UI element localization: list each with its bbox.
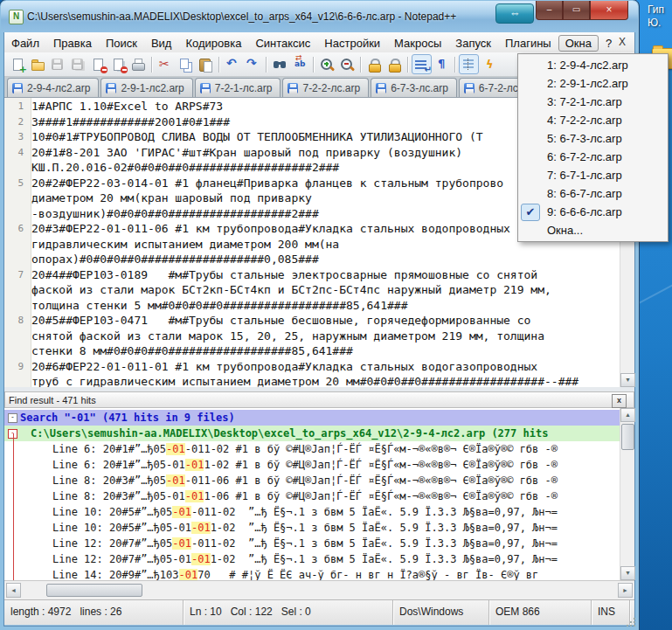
menu-item-1[interactable]: Файл	[4, 35, 46, 52]
find-hit-line[interactable]: Line 8: 20#3#”…ђ05-01-011-06 #1 в бў ©#Ц…	[4, 488, 620, 504]
menu-item-5[interactable]: Кодировка	[178, 35, 248, 52]
sync-vertical-button[interactable]	[364, 54, 384, 74]
new-file-button[interactable]	[8, 54, 28, 74]
find-hit-line[interactable]: Line 6: 20#1#”…ђ05-01-011-02 #1 в бў ©#Ц…	[4, 441, 620, 457]
window-menu-item-label: 1: 2-9-4-лс2.arp	[547, 59, 628, 72]
menu-item-9[interactable]: Запуск	[448, 35, 498, 52]
save-button[interactable]	[48, 54, 68, 74]
window-menu-item-label: 7: 6-7-1-лс.arp	[547, 169, 622, 182]
paste-button[interactable]	[196, 54, 216, 74]
menu-item-10[interactable]: Плагины	[498, 35, 558, 52]
window-menu-item-3[interactable]: 3: 7-2-1-лс.arp	[518, 93, 668, 111]
resize-grip[interactable]	[626, 617, 636, 627]
undo-button[interactable]	[223, 54, 243, 74]
find-button[interactable]	[270, 54, 290, 74]
tab-7-2-1-лс.arp[interactable]: 7-2-1-лс.arp	[195, 78, 281, 97]
collapse-toggle-icon[interactable]: -	[8, 413, 17, 423]
close-button[interactable]: ×	[590, 1, 628, 20]
find-vscrollbar[interactable]: ▲ ▼	[620, 408, 634, 580]
find-result-panel[interactable]: Search "-01" (471 hits in 9 files) C:\Us…	[4, 408, 620, 580]
close-all-button[interactable]	[108, 54, 128, 74]
tab-2-9-1-лс2.arp[interactable]: 2-9-1-лс2.arp	[100, 78, 192, 97]
swap-window-button[interactable]: ⇔	[495, 3, 534, 24]
scroll-right-icon[interactable]: ►	[618, 583, 633, 598]
find-hit-line[interactable]: Line 12: 20#7#”…ђ05-01-011-02 ”…ђ Ё§¬.1 …	[4, 551, 620, 567]
tab-7-2-2-лс.arp[interactable]: 7-2-2-лс.arp	[282, 78, 369, 97]
tab-2-9-4-лс2.arp[interactable]: 2-9-4-лс2.arp	[7, 78, 99, 97]
find-vscroll-thumb[interactable]	[621, 424, 634, 450]
scroll-down-icon[interactable]: ▼	[620, 566, 635, 580]
menu-item-6[interactable]: Синтаксис	[248, 35, 317, 52]
replace-button[interactable]	[290, 54, 310, 74]
notepadpp-app-icon	[9, 10, 24, 24]
find-icon	[273, 58, 288, 72]
find-hscrollbar[interactable]: ◄ ►	[4, 580, 634, 599]
word-wrap-button[interactable]	[412, 54, 432, 74]
window-menu-item-4[interactable]: 4: 7-2-2-лс.arp	[518, 111, 668, 129]
close-document-icon[interactable]: X	[619, 36, 626, 48]
minimize-button[interactable]: –	[536, 1, 563, 20]
desktop-icon-label[interactable]: Гип	[648, 3, 664, 16]
scroll-down-icon[interactable]: ▼	[620, 373, 635, 387]
window-menu-item-label: 6: 6-7-2-лс.arp	[547, 150, 622, 163]
find-hit-line[interactable]: Line 10: 20#5#”…ђ05-01-011-02 ”…ђ Ё§¬.1 …	[4, 504, 620, 520]
window-menu-item-9[interactable]: ✔9: 6-6-6-лс.arp	[518, 203, 668, 221]
menu-item-2[interactable]: Правка	[46, 35, 99, 52]
menu-item-3[interactable]: Поиск	[99, 35, 144, 52]
saved-file-icon	[464, 83, 475, 93]
sync-horizontal-button[interactable]	[384, 54, 405, 74]
find-hit-line[interactable]: Line 6: 20#1#”…ђ05-01-011-02 #1 в бў ©#Ц…	[4, 457, 620, 473]
zoom-out-button[interactable]	[337, 54, 357, 74]
window-menu-item-label: 2: 2-9-1-лс2.arp	[547, 77, 628, 90]
close-doc-button[interactable]	[88, 54, 108, 74]
doc-map-button[interactable]	[479, 54, 499, 74]
tab-label: 2-9-4-лс2.arp	[27, 82, 90, 94]
window-menu-item-5[interactable]: 5: 6-7-3-лс.arp	[518, 129, 668, 148]
find-hit-line[interactable]: Line 14: 20#9#”…ђ103-0170 # #¦ў Ё ЁЄ ач-…	[4, 567, 620, 580]
open-button[interactable]	[28, 54, 48, 74]
copy-button[interactable]	[176, 54, 196, 74]
zoom-in-button[interactable]	[317, 54, 337, 74]
redo-button[interactable]	[243, 54, 263, 74]
show-all-chars-button[interactable]	[432, 54, 452, 74]
titlebar[interactable]: C:\Users\semushin-aa.MADELIX\Desktop\exc…	[1, 1, 638, 32]
find-hit-line[interactable]: Line 10: 20#5#”…ђ05-01-011-02 ”…ђ Ё§¬.1 …	[4, 520, 620, 536]
find-hit-line[interactable]: Line 8: 20#3#”…ђ05-01-011-06 #1 в бў ©#Ц…	[4, 473, 620, 488]
menu-item-4[interactable]: Вид	[144, 35, 179, 52]
status-cursor-info: Ln : 10 Col : 122 Sel : 0	[184, 600, 393, 625]
window-menu-item-6[interactable]: 6: 6-7-2-лс.arp	[518, 148, 668, 166]
window-menu-item-label: 3: 7-2-1-лс.arp	[547, 95, 622, 108]
maximize-button[interactable]: ▭	[563, 1, 590, 20]
window-menu-item-10[interactable]: Окна...	[518, 221, 668, 239]
find-search-summary[interactable]: Search "-01" (471 hits in 9 files)	[4, 410, 620, 426]
checkmark-icon: ✔	[521, 204, 540, 221]
print-button[interactable]	[128, 54, 149, 74]
status-doc-info: length : 4972 lines : 26	[4, 600, 184, 625]
save-all-button[interactable]	[68, 54, 88, 74]
menu-item-11[interactable]: Окна	[558, 35, 599, 52]
editor-line: труб с гидравлическим испытанием диаметр…	[4, 374, 620, 387]
indent-guide-button[interactable]	[459, 54, 479, 74]
match-highlight: -01	[166, 474, 185, 487]
scroll-up-icon[interactable]: ▲	[620, 408, 635, 422]
menu-item-8[interactable]: Макросы	[387, 35, 448, 52]
toolbar-separator	[313, 57, 315, 73]
desktop-icon-label[interactable]: Ю.	[648, 17, 661, 29]
match-highlight: -01	[172, 506, 191, 518]
close-panel-icon[interactable]: x	[612, 394, 627, 408]
window-menu-item-7[interactable]: 7: 6-7-1-лс.arp	[518, 166, 668, 184]
find-file-entry[interactable]: C:\Users\semushin-aa.MADELIX\Desktop\exc…	[4, 426, 620, 441]
cut-button[interactable]	[156, 54, 176, 74]
window-menu-item-1[interactable]: 1: 2-9-4-лс2.arp	[518, 56, 668, 74]
redo-icon	[246, 58, 260, 72]
editor-line: 720#4##ФЕР103-0189 #м#Трубы стальные эле…	[4, 267, 620, 283]
window-menu-item-2[interactable]: 2: 2-9-1-лс2.arp	[518, 74, 668, 93]
find-hscroll-thumb[interactable]	[46, 584, 142, 597]
tab-6-7-3-лс.arp[interactable]: 6-7-3-лс.arp	[371, 78, 457, 97]
scroll-left-icon[interactable]: ◄	[6, 583, 21, 598]
find-result-header[interactable]: Find result - 471 hits x	[4, 391, 634, 408]
window-menu-item-8[interactable]: 8: 6-6-7-лс.arp	[518, 184, 668, 203]
menu-item-7[interactable]: Настройки	[317, 35, 387, 52]
find-hit-line[interactable]: Line 12: 20#7#”…ђ05-01-011-02 ”…ђ Ё§¬.1 …	[4, 536, 620, 551]
menu-item-12[interactable]: ?	[599, 35, 619, 52]
